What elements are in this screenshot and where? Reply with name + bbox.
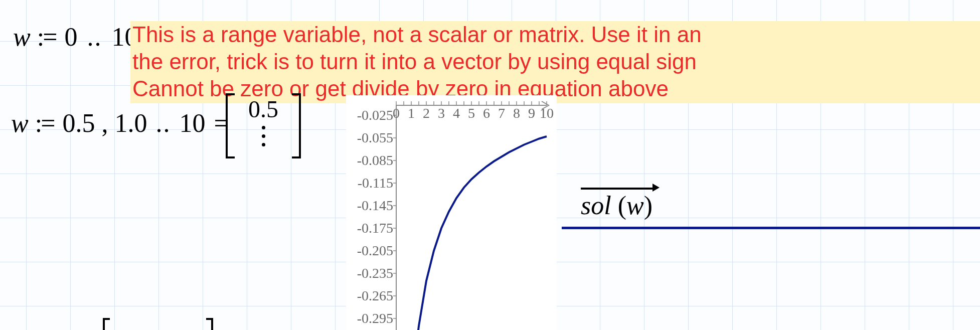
- x-tick-label: 6: [483, 105, 490, 121]
- comment-line-2: the error, trick is to turn it into a ve…: [132, 48, 978, 75]
- legend-expr: sol (w): [581, 191, 652, 220]
- legend-fn: sol: [581, 191, 611, 220]
- comment-box: This is a range variable, not a scalar o…: [130, 21, 980, 103]
- chart: 012345678910 -0.025-0.055-0.085-0.115-0.…: [346, 95, 557, 330]
- x-tick-label: 2: [423, 105, 430, 121]
- x-tick-label: 1: [408, 105, 415, 121]
- range2-dots: ..: [155, 109, 171, 137]
- vectorize-arrow-head-icon: [652, 184, 660, 192]
- vector-first-value: 0.5: [248, 95, 278, 123]
- y-tick-label: -0.295: [357, 310, 393, 326]
- x-ticks: [396, 101, 547, 105]
- vertical-dots-icon: [262, 126, 265, 146]
- x-tick-label: 3: [438, 105, 445, 121]
- x-tick-label: 4: [453, 105, 460, 121]
- range2-second: 1.0: [114, 109, 147, 137]
- y-tick-label: -0.235: [357, 265, 393, 281]
- range-def-2: w := 0.5 , 1.0 .. 10 =: [11, 108, 229, 138]
- legend-arg: w: [626, 191, 644, 220]
- x-tick-label: 0: [393, 105, 400, 121]
- x-tick-label: 9: [528, 105, 535, 121]
- range1-start: 0: [64, 23, 77, 51]
- y-tick-label: -0.085: [357, 152, 393, 169]
- legend: sol (w): [581, 191, 691, 220]
- range2-sep: ,: [101, 109, 108, 137]
- x-tick-label: 5: [468, 105, 475, 121]
- range1-dots: ..: [87, 23, 102, 51]
- range2-start: 0.5: [62, 109, 95, 137]
- range1-assign: :=: [37, 23, 56, 51]
- partial-bracket-bottom: [103, 318, 213, 330]
- legend-series-bar: [562, 227, 980, 229]
- range2-end: 10: [179, 109, 205, 137]
- y-tick-label: -0.265: [357, 288, 393, 304]
- bracket-left: [226, 93, 235, 158]
- range2-assign: :=: [35, 109, 54, 137]
- range-def-1: w := 0 .. 10: [13, 22, 137, 52]
- x-tick-label: 10: [540, 105, 554, 121]
- vectorize-arrow-icon: [581, 188, 656, 190]
- y-tick-label: -0.115: [358, 175, 393, 191]
- y-tick-label: -0.145: [357, 198, 393, 214]
- y-tick-label: -0.025: [357, 107, 393, 123]
- y-tick-label: -0.175: [357, 220, 393, 236]
- y-tick-label: -0.205: [357, 243, 393, 259]
- result-vector: 0.5: [226, 93, 301, 158]
- range2-var: w: [11, 109, 29, 137]
- range1-var: w: [13, 23, 31, 51]
- y-tick-label: -0.055: [357, 130, 393, 146]
- bracket-right: [292, 93, 301, 158]
- x-tick-label: 7: [498, 105, 505, 121]
- worksheet-content: w := 0 .. 10 This is a range variable, n…: [0, 0, 980, 330]
- series-line-sol: [404, 136, 547, 330]
- x-tick-label: 8: [513, 105, 520, 121]
- comment-line-1: This is a range variable, not a scalar o…: [132, 21, 978, 48]
- vector-inner: 0.5: [235, 93, 292, 158]
